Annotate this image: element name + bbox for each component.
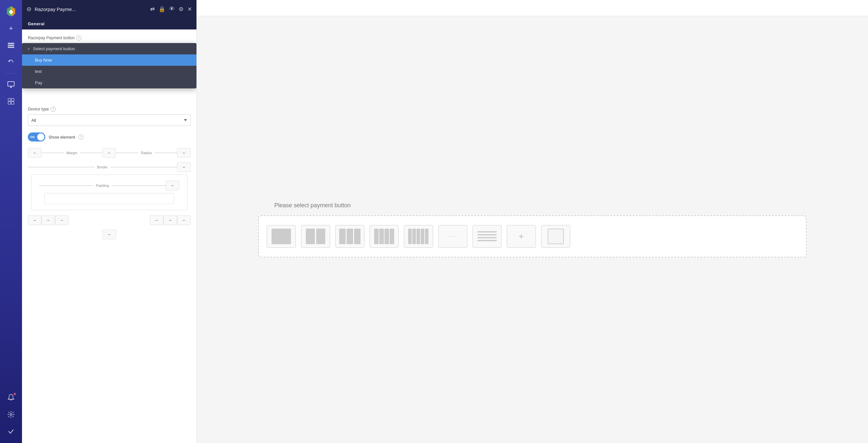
box-model-wrapper: Border – Padding – (28, 162, 191, 210)
radius-value-box[interactable]: – (102, 148, 116, 158)
grid-button[interactable] (4, 94, 18, 109)
panel-settings-icon[interactable]: ⚙ (179, 6, 184, 12)
padding-value-box[interactable]: – (166, 181, 179, 190)
bottom-box-3[interactable]: – (55, 215, 69, 225)
toggle-on-label: ON (30, 136, 35, 139)
svg-rect-12 (11, 98, 14, 101)
add-button[interactable]: + (4, 21, 18, 36)
section-title: General (22, 18, 196, 29)
payment-button-label: Razorpay Payment button ? (28, 35, 191, 40)
margin-value-box[interactable]: – (28, 148, 41, 158)
dropdown-option-pay[interactable]: Pay (22, 77, 196, 88)
check-mark-icon: ✓ (27, 47, 30, 51)
device-type-field: Device type ? All Desktop Mobile Tablet (28, 107, 191, 126)
show-element-help-icon[interactable]: ? (78, 135, 84, 140)
center-bottom-box[interactable]: – (102, 230, 116, 239)
radius-label: Radius (138, 151, 154, 155)
border-row: Border – (28, 162, 191, 172)
svg-rect-6 (8, 45, 14, 46)
monitor-button[interactable] (4, 78, 18, 92)
padding-line-left (39, 185, 93, 186)
payment-dropdown-menu: ✓ Select payment button Buy Now test Pay (22, 43, 196, 88)
border-line-right (111, 167, 177, 168)
radius-end-box[interactable]: – (177, 148, 191, 158)
payment-dropdown-wrapper: Select payment button ✓ Select payment b… (28, 43, 191, 55)
device-type-select[interactable]: All Desktop Mobile Tablet (28, 114, 191, 126)
payment-help-icon[interactable]: ? (76, 35, 82, 40)
notification-button[interactable] (4, 390, 18, 405)
icon-bar: + (0, 0, 22, 443)
lock-icon[interactable]: 🔒 (159, 6, 165, 12)
bottom-box-2[interactable]: – (41, 215, 55, 225)
bottom-boxes-row: – – – – – – (28, 215, 191, 225)
show-element-label: Show element (49, 135, 75, 140)
main-top-bar (197, 0, 868, 16)
border-line-left (28, 167, 94, 168)
svg-rect-7 (8, 47, 14, 48)
border-label: Border (94, 165, 111, 169)
close-icon[interactable]: ✕ (187, 6, 192, 12)
layout-5col[interactable] (404, 225, 433, 248)
icon-bar-bottom (4, 390, 18, 439)
layout-2col[interactable] (301, 225, 330, 248)
dropdown-option-test[interactable]: test (22, 66, 196, 77)
undo-button[interactable] (4, 55, 18, 69)
box-model-outer: Padding – (31, 175, 187, 210)
layout-plus[interactable]: + (507, 225, 536, 248)
bottom-box-6[interactable]: – (177, 215, 191, 225)
svg-rect-14 (11, 102, 14, 104)
settings-button[interactable] (4, 407, 18, 422)
box-model-inner (44, 193, 174, 204)
bottom-box-5[interactable]: – (163, 215, 177, 225)
svg-rect-11 (8, 98, 11, 101)
dropdown-option-select[interactable]: ✓ Select payment button (22, 43, 196, 54)
line-2 (477, 234, 497, 235)
margin-label: Margin (64, 151, 80, 155)
settings-panel: ⊖ Razorpay Payme... ⇄ 🔒 👁 ⚙ ✕ General Ra… (22, 0, 197, 443)
refresh-icon[interactable]: ⇄ (150, 6, 155, 12)
bottom-box-1[interactable]: – (28, 215, 41, 225)
notification-dot (13, 392, 16, 395)
dropdown-option-buynow[interactable]: Buy Now (22, 54, 196, 66)
show-element-row: ON Show element ? (28, 132, 191, 142)
line-3 (477, 237, 497, 238)
panel-title: Razorpay Payme... (35, 6, 147, 12)
margin-line-2 (80, 152, 102, 153)
layout-4col[interactable] (370, 225, 399, 248)
line-1 (477, 231, 497, 233)
layout-frame[interactable] (541, 225, 570, 248)
layers-button[interactable] (4, 38, 18, 53)
please-select-text: Please select payment button (274, 202, 350, 209)
logo[interactable] (4, 4, 18, 19)
svg-rect-13 (8, 102, 11, 104)
layout-3col[interactable] (335, 225, 364, 248)
svg-point-15 (10, 414, 12, 415)
device-type-label: Device type ? (28, 107, 191, 112)
padding-row: Padding – (39, 181, 179, 190)
bottom-box-4[interactable]: – (150, 215, 163, 225)
border-value-box[interactable]: – (177, 162, 191, 172)
panel-header-actions: ⇄ 🔒 👁 ⚙ ✕ (150, 6, 192, 12)
radius-line (116, 152, 138, 153)
checkmark-button[interactable] (4, 424, 18, 439)
layout-lines[interactable] (472, 225, 502, 248)
eye-icon[interactable]: 👁 (169, 6, 175, 12)
show-element-toggle[interactable]: ON (28, 132, 45, 142)
layout-1col[interactable] (267, 225, 296, 248)
payment-button-field: Razorpay Payment button ? Select payment… (28, 35, 191, 55)
spacer (69, 215, 150, 225)
divider (5, 73, 17, 73)
device-help-icon[interactable]: ? (51, 107, 56, 112)
center-box-row: – (28, 230, 191, 239)
plus-icon: + (519, 231, 524, 242)
layout-picker: ··· + (258, 215, 807, 258)
main-content: Please select payment button (197, 0, 868, 443)
padding-line-right (112, 185, 166, 186)
svg-rect-5 (8, 43, 14, 44)
line-4 (477, 240, 497, 241)
layout-text-dots[interactable]: ··· (438, 225, 467, 248)
radius-line-2 (155, 152, 177, 153)
dots-icon: ··· (449, 233, 456, 240)
padding-label: Padding (93, 184, 111, 187)
panel-body: Razorpay Payment button ? Select payment… (22, 29, 196, 443)
